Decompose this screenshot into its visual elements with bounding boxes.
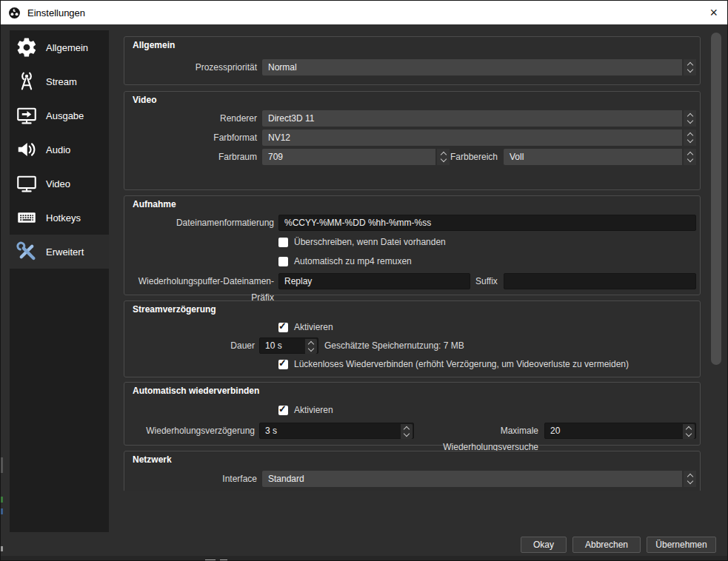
filename-format-label: Dateinamenformatierung	[124, 215, 274, 231]
section-title: Video	[133, 95, 156, 105]
renderer-select[interactable]: Direct3D 11	[262, 110, 696, 127]
sidebar-label: Erweitert	[46, 246, 84, 258]
crossed-tools-icon	[16, 241, 38, 263]
renderer-label: Renderer	[124, 110, 257, 127]
settings-dialog: Einstellungen × Allgemein Stream	[0, 0, 728, 561]
background-window-strip	[1, 556, 728, 561]
replay-prefix-value: Replay	[284, 276, 312, 286]
sidebar-item-stream[interactable]: Stream	[10, 64, 109, 98]
section-allgemein: Allgemein Prozesspriorität Normal	[124, 36, 701, 85]
interface-select[interactable]: Standard	[262, 471, 696, 487]
sidebar-item-ausgabe[interactable]: Ausgabe	[10, 98, 109, 132]
sidebar-item-erweitert[interactable]: Erweitert	[10, 235, 109, 269]
reconnect-enable-check-row: Aktivieren	[278, 405, 333, 415]
filename-format-value: %CCYY-%MM-%DD %hh-%mm-%ss	[284, 218, 431, 228]
sidebar-label: Allgemein	[46, 42, 88, 53]
max-retries-label: Maximale Wiederholungsversuche	[420, 423, 538, 439]
combo-arrows-icon[interactable]	[682, 149, 696, 165]
delay-enable-check-row: Aktivieren	[278, 322, 333, 332]
retry-delay-value: 3 s	[265, 426, 277, 436]
sidebar-item-video[interactable]: Video	[10, 167, 109, 201]
section-aufnahme: Aufnahme Dateinamenformatierung %CCYY-%M…	[124, 195, 701, 295]
monitor-output-arrow-icon	[16, 104, 38, 127]
combo-arrows-icon[interactable]	[682, 59, 696, 75]
cancel-button[interactable]: Abbrechen	[572, 537, 641, 553]
combo-arrows-icon[interactable]	[435, 149, 450, 165]
process-priority-select[interactable]: Normal	[262, 59, 696, 75]
color-range-select[interactable]: Voll	[504, 149, 696, 165]
vertical-scrollbar-thumb[interactable]	[711, 33, 721, 365]
max-retries-spinbox[interactable]: 20	[544, 423, 696, 439]
close-icon[interactable]: ×	[709, 6, 718, 19]
sidebar-item-allgemein[interactable]: Allgemein	[10, 30, 109, 64]
color-range-label: Farbbereich	[450, 149, 498, 165]
delay-enable-label: Aktivieren	[294, 322, 333, 332]
color-format-value: NV12	[268, 132, 290, 143]
retry-delay-label: Wiederholungsverzögerung	[124, 423, 255, 439]
duration-spinbox[interactable]: 10 s	[259, 337, 318, 354]
section-title: Aufnahme	[133, 199, 176, 209]
broadcast-antenna-icon	[16, 70, 38, 93]
window-title: Einstellungen	[27, 7, 85, 19]
sidebar-item-hotkeys[interactable]: Hotkeys	[10, 201, 109, 235]
delay-enable-checkbox[interactable]	[278, 323, 288, 332]
background-window-edge	[1, 546, 3, 551]
memory-usage-text: Geschätzte Speichernutzung: 7 MB	[324, 337, 464, 354]
interface-value: Standard	[268, 474, 304, 484]
section-title: Streamverzögerung	[133, 304, 216, 315]
replay-suffix-input[interactable]	[504, 273, 696, 289]
remux-check-row: Automatisch zu mp4 remuxen	[278, 256, 412, 266]
sidebar-label: Stream	[46, 76, 77, 87]
spin-arrows-icon[interactable]	[401, 424, 413, 439]
section-title: Allgemein	[133, 40, 175, 50]
section-video: Video Renderer Direct3D 11 Farbformat NV…	[124, 91, 701, 190]
sidebar-label: Ausgabe	[46, 110, 84, 121]
titlebar: Einstellungen ×	[1, 1, 727, 24]
obs-logo-icon	[8, 7, 21, 19]
renderer-value: Direct3D 11	[268, 113, 314, 124]
okay-button[interactable]: Okay	[521, 537, 567, 553]
background-window-edge	[1, 508, 3, 514]
color-format-label: Farbformat	[124, 130, 257, 146]
reconnect-enable-checkbox[interactable]	[278, 406, 288, 415]
background-window-edge	[1, 457, 3, 473]
retry-delay-spinbox[interactable]: 3 s	[259, 423, 414, 439]
interface-label: Interface	[124, 471, 257, 487]
combo-arrows-icon[interactable]	[682, 130, 696, 146]
sidebar-label: Video	[46, 178, 70, 189]
section-title: Automatisch wiederverbinden	[133, 386, 259, 396]
duration-label: Dauer	[124, 337, 255, 354]
color-space-select[interactable]: 709	[262, 149, 450, 165]
color-space-label: Farbraum	[124, 149, 257, 165]
replay-suffix-label: Suffix	[475, 273, 499, 289]
replay-prefix-input[interactable]: Replay	[278, 273, 470, 289]
color-format-select[interactable]: NV12	[262, 130, 696, 146]
spin-arrows-icon[interactable]	[305, 339, 317, 354]
gapless-reconnect-check-row: Lückenloses Wiederverbinden (erhöht Verz…	[278, 359, 629, 369]
gear-icon	[16, 36, 38, 58]
section-streamverzoegerung: Streamverzögerung Aktivieren Dauer 10 s …	[124, 300, 701, 377]
sidebar-label: Hotkeys	[46, 212, 81, 224]
remux-label: Automatisch zu mp4 remuxen	[294, 256, 412, 266]
replay-prefix-label: Wiederholungspuffer-Dateinamen-Präfix	[124, 273, 274, 289]
overwrite-label: Überschreiben, wenn Datei vorhanden	[294, 237, 446, 247]
monitor-icon	[16, 172, 38, 195]
color-space-value: 709	[268, 152, 283, 162]
remux-checkbox[interactable]	[278, 257, 288, 266]
gapless-reconnect-checkbox[interactable]	[278, 360, 288, 369]
sidebar-item-audio[interactable]: Audio	[10, 132, 109, 167]
overwrite-check-row: Überschreiben, wenn Datei vorhanden	[278, 237, 446, 247]
filename-format-input[interactable]: %CCYY-%MM-%DD %hh-%mm-%ss	[278, 215, 696, 231]
max-retries-value: 20	[550, 426, 560, 436]
color-range-value: Voll	[510, 152, 524, 162]
spin-arrows-icon[interactable]	[683, 424, 695, 439]
section-title: Netzwerk	[133, 454, 172, 465]
combo-arrows-icon[interactable]	[682, 110, 696, 127]
combo-arrows-icon[interactable]	[682, 471, 696, 487]
sidebar-label: Audio	[46, 144, 70, 155]
section-wiederverbinden: Automatisch wiederverbinden Aktivieren W…	[124, 382, 701, 446]
keyboard-icon	[16, 206, 38, 229]
overwrite-checkbox[interactable]	[278, 238, 288, 247]
settings-scroll-area: Allgemein Prozesspriorität Normal Video …	[119, 25, 704, 491]
apply-button[interactable]: Übernehmen	[647, 537, 716, 553]
